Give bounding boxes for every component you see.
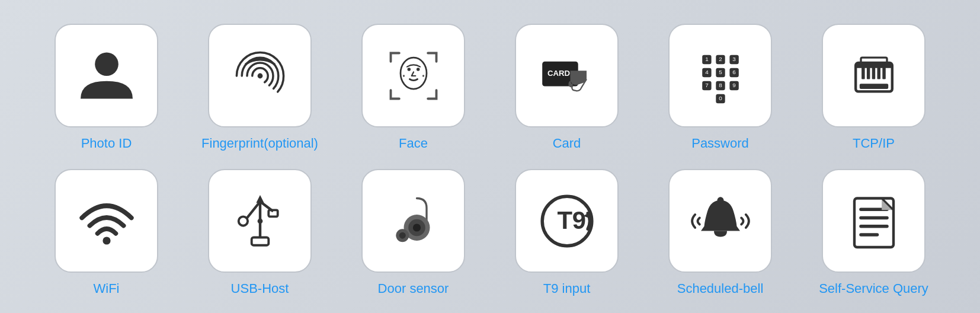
svg-text:9: 9 <box>572 206 585 234</box>
face-label: Face <box>399 136 428 151</box>
feature-self-service: Self-Service Query <box>803 169 944 296</box>
fingerprint-box <box>208 24 312 127</box>
svg-point-49 <box>412 223 420 231</box>
svg-rect-42 <box>268 210 277 216</box>
feature-usb: USB-Host <box>189 169 331 296</box>
feature-fingerprint: Fingerprint(optional) <box>189 24 331 151</box>
door-sensor-box <box>361 169 465 273</box>
svg-text:3: 3 <box>732 56 736 62</box>
svg-point-0 <box>95 52 119 76</box>
card-label: Card <box>553 136 581 151</box>
face-box <box>361 24 465 127</box>
feature-bell: Scheduled-bell <box>649 169 791 296</box>
svg-point-6 <box>422 75 424 76</box>
t9-box: T 9 <box>515 169 619 273</box>
features-grid: Photo ID Fingerprint(op <box>0 0 980 313</box>
feature-face: Face <box>342 24 484 151</box>
t9-icon: T 9 <box>534 189 600 254</box>
card-box: CARD <box>515 24 619 127</box>
svg-line-41 <box>247 202 260 218</box>
usb-box <box>208 169 312 273</box>
svg-rect-34 <box>872 67 875 79</box>
self-service-box <box>822 169 925 273</box>
svg-point-4 <box>416 68 419 71</box>
svg-text:9: 9 <box>732 82 736 88</box>
bell-box <box>668 169 772 273</box>
svg-point-51 <box>399 232 405 238</box>
svg-point-43 <box>238 216 247 225</box>
svg-text:0: 0 <box>719 95 722 101</box>
feature-photo-id: Photo ID <box>36 24 177 151</box>
tcpip-label: TCP/IP <box>853 136 895 151</box>
feature-tcpip: TCP/IP <box>803 24 944 151</box>
svg-rect-45 <box>251 237 268 245</box>
svg-text:T: T <box>557 206 572 234</box>
self-service-label: Self-Service Query <box>819 281 928 296</box>
fingerprint-label: Fingerprint(optional) <box>201 136 318 151</box>
feature-password: 1 2 3 4 5 6 7 8 9 0 Password <box>649 24 791 151</box>
svg-text:4: 4 <box>705 69 709 75</box>
svg-text:8: 8 <box>719 82 722 88</box>
usb-icon <box>228 189 293 254</box>
password-icon: 1 2 3 4 5 6 7 8 9 0 <box>688 43 753 108</box>
svg-rect-30 <box>859 84 888 89</box>
svg-point-1 <box>257 73 262 78</box>
svg-rect-35 <box>877 67 880 79</box>
card-icon: CARD <box>534 43 600 108</box>
svg-marker-44 <box>256 195 264 203</box>
svg-point-3 <box>407 68 411 71</box>
bell-label: Scheduled-bell <box>677 281 764 296</box>
photo-id-box <box>55 24 158 127</box>
usb-label: USB-Host <box>231 281 289 296</box>
person-icon <box>74 43 139 108</box>
ethernet-icon <box>841 43 907 108</box>
svg-text:7: 7 <box>705 82 709 88</box>
svg-rect-33 <box>866 67 870 79</box>
wifi-box <box>55 169 158 273</box>
face-icon <box>381 43 446 108</box>
feature-door-sensor: Door sensor <box>342 169 484 296</box>
bell-icon <box>688 189 753 254</box>
tcpip-box <box>822 24 925 127</box>
door-sensor-icon <box>381 189 446 254</box>
t9-label: T9 input <box>543 281 591 296</box>
svg-point-56 <box>717 197 723 203</box>
svg-text:CARD: CARD <box>547 69 570 78</box>
svg-point-46 <box>257 218 262 223</box>
svg-text:1: 1 <box>705 56 709 62</box>
query-icon <box>841 189 907 254</box>
photo-id-label: Photo ID <box>81 136 132 151</box>
svg-text:2: 2 <box>719 56 722 62</box>
feature-card: CARD Card <box>496 24 638 151</box>
svg-rect-37 <box>856 63 892 68</box>
svg-rect-36 <box>882 67 886 79</box>
svg-text:5: 5 <box>719 69 722 75</box>
feature-wifi: WiFi <box>36 169 177 296</box>
feature-t9: T 9 T9 input <box>496 169 638 296</box>
svg-point-38 <box>103 237 110 244</box>
password-box: 1 2 3 4 5 6 7 8 9 0 <box>668 24 772 127</box>
wifi-label: WiFi <box>94 281 120 296</box>
svg-text:6: 6 <box>732 69 736 75</box>
door-sensor-label: Door sensor <box>378 281 449 296</box>
fingerprint-icon <box>228 43 293 108</box>
password-label: Password <box>691 136 749 151</box>
svg-rect-32 <box>861 67 865 79</box>
svg-point-5 <box>402 75 404 76</box>
wifi-icon <box>74 189 139 254</box>
